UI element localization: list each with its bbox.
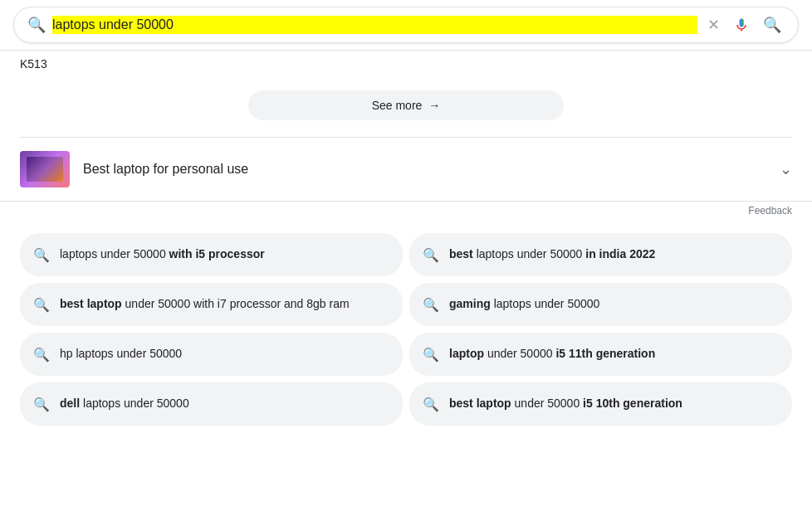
feedback-link[interactable]: Feedback bbox=[748, 205, 792, 217]
search-prefix-icon: 🔍 bbox=[27, 16, 46, 34]
search-icon-7: 🔍 bbox=[423, 397, 439, 412]
search-icon-2: 🔍 bbox=[33, 297, 50, 313]
suggestion-item-1[interactable]: 🔍 best laptops under 50000 in india 2022 bbox=[409, 233, 792, 276]
accordion-item-best-laptop[interactable]: Best laptop for personal use ⌄ bbox=[0, 138, 812, 202]
search-icon-5: 🔍 bbox=[423, 347, 439, 363]
close-icon: ✕ bbox=[707, 16, 720, 34]
search-submit-icon: 🔍 bbox=[763, 16, 781, 34]
search-icon-0: 🔍 bbox=[33, 247, 50, 263]
clear-button[interactable]: ✕ bbox=[704, 12, 723, 37]
google-search-button[interactable]: 🔍 bbox=[760, 12, 785, 37]
suggestion-item-3[interactable]: 🔍 gaming laptops under 50000 bbox=[409, 283, 792, 326]
search-bar: 🔍 ✕ 🔍 bbox=[0, 0, 812, 51]
laptop-image bbox=[27, 157, 63, 182]
suggestion-item-4[interactable]: 🔍 hp laptops under 50000 bbox=[20, 333, 403, 376]
suggestion-text-5: laptop under 50000 i5 11th generation bbox=[449, 346, 655, 363]
mic-icon bbox=[733, 17, 750, 33]
search-icon-6: 🔍 bbox=[33, 397, 50, 412]
suggestion-text-4: hp laptops under 50000 bbox=[60, 346, 182, 363]
suggestion-text-3: gaming laptops under 50000 bbox=[449, 296, 599, 313]
search-icon-3: 🔍 bbox=[423, 297, 439, 313]
suggestion-item-0[interactable]: 🔍 laptops under 50000 with i5 processor bbox=[20, 233, 403, 276]
see-more-container: See more → bbox=[0, 84, 812, 137]
search-icon-4: 🔍 bbox=[33, 347, 50, 363]
see-more-arrow: → bbox=[428, 99, 440, 112]
suggestion-item-2[interactable]: 🔍 best laptop under 50000 with i7 proces… bbox=[20, 283, 403, 326]
suggestion-text-2: best laptop under 50000 with i7 processo… bbox=[60, 296, 350, 313]
search-input-wrapper: 🔍 ✕ 🔍 bbox=[13, 7, 799, 43]
suggestion-text-7: best laptop under 50000 i5 10th generati… bbox=[449, 396, 682, 412]
k513-label: K513 bbox=[0, 51, 812, 84]
accordion-title: Best laptop for personal use bbox=[83, 162, 766, 177]
feedback-container: Feedback bbox=[0, 202, 812, 226]
suggestion-text-0: laptops under 50000 with i5 processor bbox=[60, 246, 265, 263]
accordion-thumbnail bbox=[20, 151, 70, 187]
search-icon-1: 🔍 bbox=[423, 247, 439, 263]
suggestion-item-5[interactable]: 🔍 laptop under 50000 i5 11th generation bbox=[409, 333, 792, 376]
see-more-button[interactable]: See more → bbox=[248, 90, 564, 120]
voice-search-button[interactable] bbox=[730, 13, 753, 36]
suggestions-grid: 🔍 laptops under 50000 with i5 processor … bbox=[0, 226, 812, 445]
suggestion-item-6[interactable]: 🔍 dell laptops under 50000 bbox=[20, 382, 403, 426]
suggestion-item-7[interactable]: 🔍 best laptop under 50000 i5 10th genera… bbox=[409, 382, 792, 426]
chevron-down-icon: ⌄ bbox=[780, 160, 792, 178]
suggestion-text-1: best laptops under 50000 in india 2022 bbox=[449, 246, 655, 263]
search-input[interactable] bbox=[52, 16, 697, 34]
suggestion-text-6: dell laptops under 50000 bbox=[60, 396, 189, 412]
see-more-label: See more bbox=[372, 99, 423, 112]
